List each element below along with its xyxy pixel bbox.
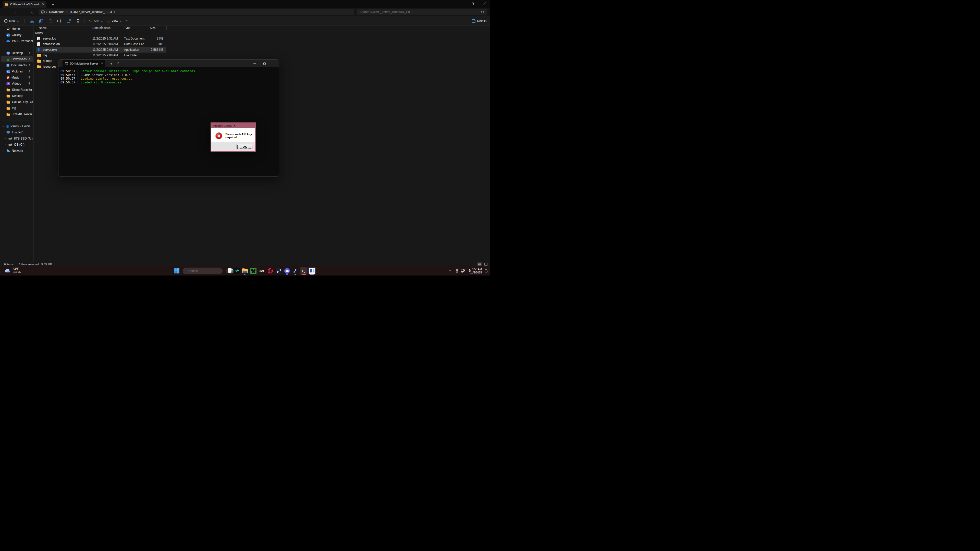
sidebar-item-music[interactable]: Music <box>1 75 33 81</box>
terminal-title-bar[interactable]: JC4 Multiplayer Server ✕ ＋ <box>59 60 279 67</box>
taskbar-app-steam[interactable] <box>275 267 283 275</box>
sidebar-item-cfg[interactable]: cfg <box>1 105 33 111</box>
terminal-tab-dropdown[interactable] <box>117 62 119 64</box>
taskbar-app-voicemeeter[interactable] <box>233 267 241 275</box>
column-size[interactable]: Size <box>150 26 156 29</box>
taskbar-app-file-explorer[interactable] <box>241 267 249 275</box>
tray-display-connect[interactable] <box>461 269 465 273</box>
tab-close-icon[interactable]: ✕ <box>42 3 45 6</box>
delete-button[interactable] <box>74 17 82 24</box>
sort-button[interactable]: Sort ⌄ <box>87 17 104 24</box>
terminal-window[interactable]: JC4 Multiplayer Server ✕ ＋ 09:50:37|Serv… <box>58 59 279 176</box>
notification-bell[interactable] <box>484 269 488 273</box>
column-name[interactable]: Name <box>39 26 47 29</box>
terminal-minimize-button[interactable] <box>250 60 259 67</box>
tab-close-icon[interactable]: ✕ <box>101 62 103 65</box>
tray-expand-button[interactable] <box>449 270 452 272</box>
explorer-tab[interactable]: C:\Users\blue3\Downloads\JC ✕ <box>3 1 46 8</box>
column-separator[interactable] <box>91 26 91 30</box>
column-separator[interactable] <box>166 26 167 30</box>
file-row-server-exe-selected[interactable]: server.exe 11/2/2025 9:08 AM Application… <box>0 47 230 52</box>
sidebar-item-videos[interactable]: Videos <box>1 81 33 87</box>
copy-button[interactable] <box>37 17 45 24</box>
new-button[interactable]: New ⌄ <box>3 17 21 24</box>
file-row-database-db[interactable]: database.db 11/2/2025 9:08 AM Data Base … <box>0 41 230 47</box>
taskbar-app-terminal-active[interactable]: >_ <box>300 267 307 275</box>
terminal-new-tab-button[interactable]: ＋ <box>110 62 113 66</box>
column-separator[interactable] <box>148 26 148 30</box>
taskbar-app-opera-gx[interactable] <box>266 267 274 275</box>
ok-button[interactable]: OK <box>237 144 253 149</box>
terminal-maximize-button[interactable] <box>259 60 269 67</box>
start-button[interactable] <box>174 268 180 274</box>
new-plus-icon <box>4 19 8 23</box>
weather-temp: 42°F <box>13 267 21 270</box>
terminal-close-button[interactable] <box>269 60 279 67</box>
sidebar-item-call-of-duty[interactable]: Call of Duty Black Op <box>1 99 33 105</box>
sidebar-item-drive-c[interactable]: › OS (C:) <box>1 141 33 148</box>
sidebar-item-desktop-folder[interactable]: Desktop <box>1 93 33 99</box>
window-minimize-button[interactable] <box>455 0 466 8</box>
sidebar-item-slime-rancher-mods[interactable]: Slime Rancher Mo <box>1 87 33 93</box>
explorer-search-input[interactable] <box>359 10 481 14</box>
opera-gx-icon <box>267 268 273 274</box>
sidebar-item-this-pc[interactable]: ⌄ This PC <box>1 129 33 135</box>
breadcrumb-current-folder[interactable]: JC4MP_server_windows_1.0.3 <box>68 10 113 14</box>
back-button[interactable]: ← <box>2 9 9 15</box>
taskbar-app-stacked-squares[interactable] <box>225 267 233 275</box>
paste-button[interactable] <box>46 17 54 24</box>
dialog-title-bar[interactable]: Integrity Check ✕ <box>211 123 255 128</box>
explorer-search-box[interactable] <box>356 9 487 15</box>
up-button[interactable]: ↑ <box>21 9 27 15</box>
taskbar-app-discord[interactable] <box>283 267 291 275</box>
details-pane-toggle[interactable]: Details <box>472 17 487 24</box>
details-pane-icon <box>472 19 476 23</box>
sort-descending-icon: ⌄ <box>100 24 103 27</box>
details-view-toggle[interactable] <box>477 262 482 266</box>
explorer-tab-title: C:\Users\blue3\Downloads\JC <box>10 3 40 6</box>
file-row-server-log[interactable]: server.log 11/2/2025 9:31 AM Text Docume… <box>0 36 230 41</box>
terminal-output[interactable]: 09:50:37|Server console initialized. Typ… <box>59 67 279 176</box>
breadcrumb-downloads[interactable]: Downloads <box>48 10 65 14</box>
file-row-cfg[interactable]: cfg 11/2/2025 9:08 AM File folder <box>0 52 230 58</box>
sidebar-item-jc4mp-folder[interactable]: JC4MP_server_windo <box>1 111 33 118</box>
tray-microphone[interactable] <box>455 269 458 273</box>
running-indicator <box>286 274 288 275</box>
weather-widget[interactable]: 42°F Cloudy <box>5 267 21 274</box>
taskbar-app-owo[interactable]: owo <box>258 267 266 275</box>
large-icons-view-toggle[interactable] <box>484 262 488 266</box>
clock-time: 9:50 AM <box>470 268 482 271</box>
file-name: server.log <box>43 37 56 40</box>
clock[interactable]: 9:50 AM 11/2/2025 <box>470 268 482 274</box>
new-tab-button[interactable]: ＋ <box>50 2 56 7</box>
sidebar-item-network[interactable]: › Network <box>1 148 33 154</box>
rename-button[interactable] <box>56 17 63 24</box>
dialog-close-icon[interactable]: ✕ <box>233 124 254 127</box>
more-options-button[interactable] <box>124 17 132 24</box>
sidebar-item-drive-a[interactable]: › 8TB SSD (A:) <box>1 135 33 141</box>
taskbar-app-server-console[interactable] <box>308 267 316 275</box>
group-header-today[interactable]: ⌄ Today <box>0 30 230 36</box>
forward-button[interactable]: → <box>11 9 18 15</box>
dialog-body: Steam web API key required <box>211 128 255 143</box>
breadcrumb[interactable]: › Downloads › JC4MP_server_windows_1.0.3… <box>38 9 354 15</box>
taskbar-app-steam-2[interactable] <box>291 267 299 275</box>
chevron-down-icon: ⌄ <box>120 20 122 22</box>
large-icons-view-icon <box>484 263 487 265</box>
taskbar-app-minecraft[interactable] <box>250 267 257 275</box>
cmd-icon <box>65 62 68 65</box>
window-maximize-button[interactable] <box>466 0 478 8</box>
taskbar-search[interactable] <box>183 268 223 274</box>
taskbar-search-input[interactable] <box>188 269 228 273</box>
window-close-button[interactable] <box>478 0 490 8</box>
refresh-button[interactable] <box>29 9 36 15</box>
minimize-icon <box>253 62 256 65</box>
sidebar-item-phone[interactable]: › Paul's Z Fold6 <box>1 123 33 129</box>
column-type[interactable]: Type <box>124 26 130 29</box>
integrity-check-dialog[interactable]: Integrity Check ✕ Steam web API key requ… <box>210 122 256 152</box>
view-button[interactable]: View ⌄ <box>105 17 123 24</box>
pin-icon <box>28 76 30 79</box>
terminal-tab[interactable]: JC4 Multiplayer Server ✕ <box>62 60 105 67</box>
share-button[interactable] <box>65 17 73 24</box>
cut-button[interactable] <box>28 17 36 24</box>
